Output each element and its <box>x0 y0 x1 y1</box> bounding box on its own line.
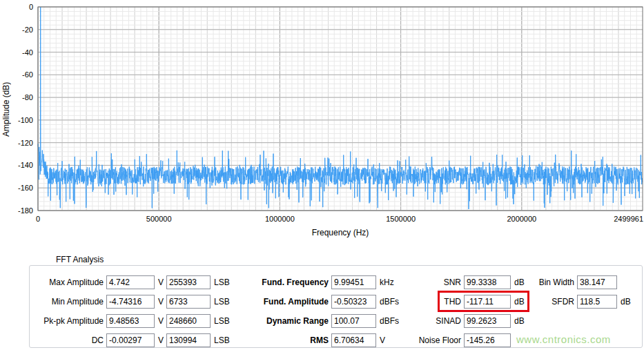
y-tick-label: -60 <box>22 70 33 79</box>
watermark: www.cntronics.com <box>516 333 611 345</box>
x-tick-label: 2499961 <box>614 215 643 223</box>
y-tick-label: 0 <box>29 3 33 11</box>
max-amplitude-label: Max Amplitude <box>14 275 104 289</box>
x-tick-label: 500000 <box>146 215 172 223</box>
dc-v-unit: V <box>158 333 164 347</box>
pkpk-amplitude-lsb-field[interactable]: 248660 <box>166 314 211 328</box>
sinad-field[interactable]: 99.2623 <box>464 314 511 328</box>
sinad-unit: dB <box>514 314 525 328</box>
snr-label: SNR <box>383 275 461 289</box>
max-amplitude-v-field[interactable]: 4.742 <box>106 275 155 289</box>
y-tick-label: -40 <box>22 48 33 57</box>
noise-floor-field[interactable]: -145.26 <box>464 333 511 347</box>
min-amplitude-label: Min Amplitude <box>14 295 104 309</box>
fft-analysis-title: FFT Analysis <box>52 255 107 264</box>
x-axis-title: Frequency (Hz) <box>271 228 409 237</box>
thd-field[interactable]: -117.11 <box>464 295 511 309</box>
x-tick-label: 2000000 <box>507 215 536 223</box>
rms-field[interactable]: 6.70634 <box>331 333 376 347</box>
y-tick-label: -20 <box>22 26 33 34</box>
y-tick-label: -160 <box>18 184 33 192</box>
sfdr-label: SFDR <box>521 295 574 309</box>
max-amplitude-lsb-field[interactable]: 255393 <box>166 275 211 289</box>
fund-frequency-field[interactable]: 9.99451 <box>331 275 376 289</box>
bin-width-label: Bin Width <box>521 275 574 289</box>
dynamic-range-label: Dynamic Range <box>221 314 329 328</box>
noise-floor-label: Noise Floor <box>383 333 461 347</box>
min-amplitude-lsb-field[interactable]: 6733 <box>166 295 211 309</box>
rms-label: RMS <box>221 333 329 347</box>
dc-v-field[interactable]: -0.00297 <box>106 333 155 347</box>
y-tick-label: -80 <box>22 93 33 101</box>
y-tick-label: -140 <box>18 161 33 169</box>
max-amplitude-v-unit: V <box>158 275 164 289</box>
x-tick-label: 0 <box>36 215 40 223</box>
dc-label: DC <box>14 333 104 347</box>
fund-amplitude-field[interactable]: -0.50323 <box>331 295 376 309</box>
dynamic-range-field[interactable]: 100.07 <box>331 314 376 328</box>
x-tick-label: 1500000 <box>386 215 416 223</box>
pkpk-amplitude-v-field[interactable]: 9.48563 <box>106 314 155 328</box>
thd-label: THD <box>383 295 461 309</box>
min-amplitude-v-unit: V <box>158 295 164 309</box>
bin-width-field[interactable]: 38.147 <box>577 275 617 289</box>
pkpk-amplitude-label: Pk-pk Amplitude <box>14 314 104 328</box>
y-tick-label: -100 <box>18 116 33 124</box>
x-tick-label: 1000000 <box>265 215 295 223</box>
min-amplitude-v-field[interactable]: -4.74316 <box>106 295 155 309</box>
sfdr-field[interactable]: 118.5 <box>577 295 617 309</box>
y-tick-label: -120 <box>18 139 33 147</box>
sfdr-unit: dB <box>621 295 631 309</box>
sinad-label: SINAD <box>383 314 461 328</box>
fft-analyzer-window: Amplitude (dB) 0-20-40-60-80-100-120-140… <box>0 0 644 350</box>
dc-lsb-field[interactable]: 130994 <box>166 333 211 347</box>
y-tick-label: -180 <box>18 206 33 215</box>
fund-frequency-label: Fund. Frequency <box>221 275 329 289</box>
pkpk-amplitude-v-unit: V <box>158 314 164 328</box>
snr-field[interactable]: 99.3338 <box>464 275 511 289</box>
fft-spectrum-chart: 0-20-40-60-80-100-120-140-160-1800500000… <box>0 0 644 243</box>
fund-amplitude-label: Fund. Amplitude <box>221 295 329 309</box>
